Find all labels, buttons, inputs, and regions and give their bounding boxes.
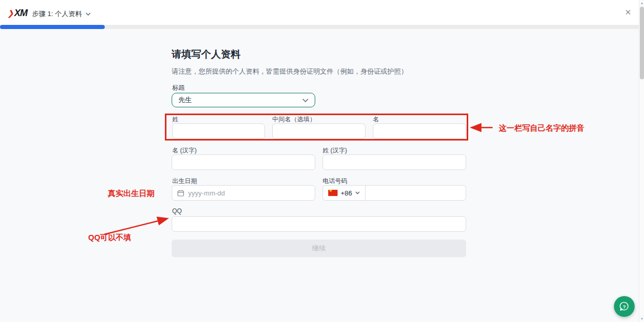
help-button[interactable]: ?	[614, 296, 635, 317]
middle-name-input[interactable]	[272, 123, 366, 139]
progress-bar	[0, 25, 644, 29]
salutation-select[interactable]: 先生	[172, 93, 315, 107]
chevron-down-icon	[302, 99, 309, 102]
last-name-input[interactable]	[172, 123, 265, 139]
arrow-to-qq-input	[104, 219, 166, 234]
last-name-cn-label: 姓 (汉字)	[323, 146, 347, 155]
first-name-cn-input[interactable]	[172, 155, 315, 170]
continue-button[interactable]: 继续	[172, 240, 466, 257]
title-field-label: 标题	[172, 83, 185, 92]
help-bubble-icon: ?	[619, 301, 630, 312]
chevron-down-icon	[355, 191, 360, 194]
dob-input[interactable]	[188, 186, 310, 200]
scroll-down-icon[interactable]: ▼	[639, 317, 644, 320]
page-subtitle: 请注意，您所提供的个人资料，皆需提供身份证明文件（例如，身份证或护照）	[172, 67, 408, 76]
scrollbar-thumb[interactable]	[640, 7, 644, 79]
scroll-up-icon[interactable]: ▲	[639, 2, 644, 5]
dob-field[interactable]	[172, 185, 315, 201]
svg-text:?: ?	[623, 304, 626, 310]
country-code-select[interactable]: ★ +86	[323, 186, 365, 200]
china-flag-icon: ★	[328, 190, 338, 196]
last-name-label: 姓	[172, 115, 178, 124]
annotation-dob-note: 真实出生日期	[108, 189, 155, 199]
country-code-value: +86	[341, 189, 352, 197]
phone-field: ★ +86	[323, 185, 466, 201]
header-bar: ❯ XM 步骤 1: 个人资料 ✕	[0, 0, 644, 25]
salutation-selected-value: 先生	[178, 95, 192, 105]
registration-page: ❯ XM 步骤 1: 个人资料 ✕ 请填写个人资料 请注意，您所提供的个人资料，…	[0, 0, 644, 322]
phone-label: 电话号码	[323, 177, 347, 186]
phone-input[interactable]	[366, 186, 466, 200]
calendar-icon	[177, 190, 184, 197]
logo-text: XM	[15, 8, 27, 19]
annotation-pinyin-note: 这一栏写自己名字的拼音	[499, 123, 584, 133]
scrollbar[interactable]: ▲ ▼	[639, 0, 644, 322]
logo-arrow-icon: ❯	[7, 9, 14, 18]
dob-label: 出生日期	[172, 177, 197, 186]
qq-input[interactable]	[172, 216, 466, 232]
annotation-arrows	[0, 0, 644, 322]
annotation-qq-note: QQ可以不填	[88, 233, 131, 243]
middle-name-label: 中间名（选填）	[272, 115, 316, 124]
step-dropdown[interactable]: 步骤 1: 个人资料	[32, 9, 91, 19]
xm-logo[interactable]: ❯ XM	[7, 8, 27, 19]
first-name-cn-label: 名 (汉字)	[172, 146, 197, 155]
page-title: 请填写个人资料	[172, 48, 241, 61]
progress-fill	[0, 25, 105, 29]
close-button[interactable]: ✕	[625, 8, 632, 16]
last-name-cn-input[interactable]	[323, 155, 466, 170]
first-name-label: 名	[373, 115, 379, 124]
step-label: 步骤 1: 个人资料	[32, 9, 82, 19]
qq-label: QQ	[172, 207, 182, 215]
chevron-down-icon	[86, 12, 91, 16]
first-name-input[interactable]	[373, 123, 466, 139]
